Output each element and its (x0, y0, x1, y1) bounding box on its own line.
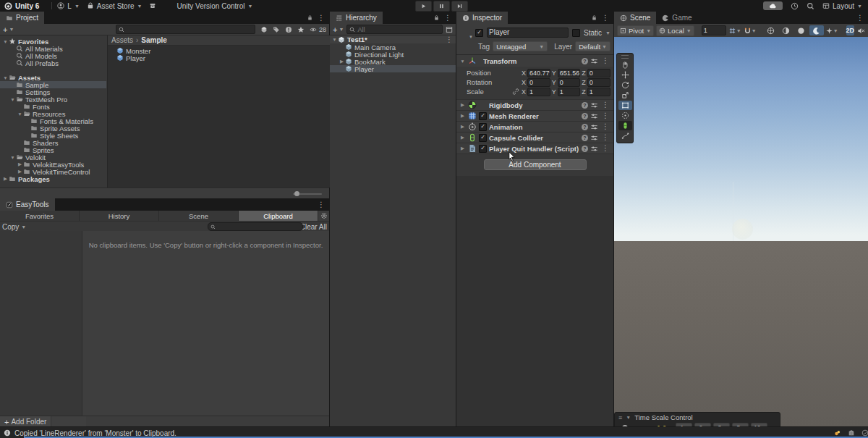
star-icon[interactable] (297, 26, 305, 33)
layer-dropdown[interactable]: Default ▼ (575, 41, 610, 51)
component-mesh-renderer[interactable]: ▶✓Mesh Renderer?⋮ (456, 110, 613, 121)
project-tree-item[interactable]: Settings (0, 88, 106, 96)
project-search[interactable] (116, 25, 255, 34)
project-tree-item[interactable]: ▼Assets (0, 74, 106, 81)
shading-sphere-wire-button[interactable] (764, 25, 778, 35)
snap-dropdown[interactable]: ▼ (744, 27, 757, 35)
foldout-arrow-icon[interactable]: ▼ (2, 75, 9, 80)
lock-icon[interactable] (591, 14, 597, 21)
player-object-sphere[interactable] (732, 219, 753, 240)
easytools-tab-scene[interactable]: Scene (159, 211, 239, 221)
presets-icon[interactable] (590, 134, 598, 142)
clipboard-search[interactable] (208, 222, 303, 231)
shading-sphere-half-button[interactable] (779, 25, 793, 35)
shading-flare-button[interactable]: ▼ (825, 25, 839, 35)
presets-icon[interactable] (590, 145, 598, 153)
tab-project[interactable]: Project (0, 12, 44, 24)
tag-dropdown[interactable]: Untagged ▼ (493, 41, 548, 51)
toggle-2d-button[interactable]: 2D (846, 25, 855, 35)
kebab-menu-icon[interactable]: ⋮ (316, 14, 326, 22)
package-manager-button[interactable] (149, 2, 156, 9)
move-tool-button[interactable] (618, 70, 632, 80)
create-object-button[interactable]: + (333, 25, 337, 34)
scene-header-row[interactable]: ▼ Test1* ⋮ (330, 35, 456, 43)
add-component-button[interactable]: Add Component (484, 159, 587, 170)
foldout-arrow-icon[interactable]: ▶ (459, 113, 466, 119)
scale-tool-button[interactable] (618, 90, 632, 100)
project-tree-item[interactable]: ▼Velokit (0, 153, 106, 161)
unity-menu[interactable]: Unity 6 (4, 2, 39, 10)
grid-snap-dropdown[interactable]: ▼ (728, 27, 741, 35)
add-folder-button[interactable]: + Add Folder (0, 416, 51, 427)
foldout-arrow-icon[interactable]: ▼ (17, 111, 23, 117)
foldout-arrow-icon[interactable]: ▼ (459, 59, 466, 64)
component-enabled-checkbox[interactable]: ✓ (479, 123, 487, 131)
foldout-arrow-icon[interactable]: ▶ (459, 102, 466, 108)
static-checkbox[interactable] (572, 29, 580, 37)
rotation-y-field[interactable]: 0 (558, 78, 581, 87)
overlay-drag-handle[interactable] (621, 55, 629, 59)
component-player-quit-handler-script-[interactable]: ▶✓Player Quit Handler (Script)?⋮ (456, 143, 613, 153)
spline-tool-button[interactable] (618, 131, 632, 140)
alert-icon[interactable] (285, 26, 292, 33)
tab-game[interactable]: Game (656, 12, 697, 24)
project-tree-item[interactable]: All Materials (0, 45, 106, 52)
activity-icon[interactable] (834, 429, 841, 437)
hierarchy-search-input[interactable] (357, 26, 440, 33)
foldout-arrow-icon[interactable]: ▶ (339, 59, 345, 64)
tab-hierarchy[interactable]: Hierarchy (330, 12, 383, 24)
project-file-item[interactable]: Player (116, 54, 330, 62)
pivot-dropdown[interactable]: Pivot ▼ (617, 25, 654, 36)
component-animation[interactable]: ▶✓Animation?⋮ (456, 121, 613, 132)
foldout-arrow-icon[interactable]: ▶ (2, 176, 9, 182)
package-icon[interactable] (848, 429, 855, 437)
rotation-x-field[interactable]: 0 (527, 78, 550, 87)
hierarchy-item[interactable]: Main Camera (330, 43, 456, 51)
component-capsule-collider[interactable]: ▶✓Capsule Collider?⋮ (456, 132, 613, 143)
help-icon[interactable]: ? (582, 102, 588, 109)
undo-history-icon[interactable] (791, 2, 799, 10)
project-tree-item[interactable]: Sprite Assets (0, 125, 106, 132)
position-z-field[interactable]: 0 (587, 69, 610, 77)
scale-y-field[interactable]: 1 (558, 88, 581, 96)
hierarchy-item[interactable]: ▶BookMark (330, 58, 456, 65)
hand-tool-button[interactable] (618, 60, 632, 70)
chevron-down-icon[interactable]: ▼ (339, 27, 344, 32)
eye-icon[interactable] (310, 26, 317, 33)
project-tree-item[interactable]: Fonts & Materials (0, 117, 106, 125)
position-x-field[interactable]: 640.779 (527, 69, 550, 77)
foldout-arrow-icon[interactable]: ▼ (625, 415, 631, 420)
tab-easytools[interactable]: EasyTools (0, 198, 55, 211)
tab-inspector[interactable]: Inspector (456, 12, 508, 24)
tag-icon[interactable] (273, 26, 280, 33)
project-tree-item[interactable]: Sample (0, 81, 106, 88)
link-scale-icon[interactable] (511, 88, 520, 96)
clipboard-search-input[interactable] (218, 223, 300, 230)
easytools-tab-clipboard[interactable]: Clipboard (239, 211, 318, 221)
rotate-tool-button[interactable] (618, 80, 632, 90)
project-tree-item[interactable]: Sprites (0, 146, 106, 153)
grid-size-field[interactable]: 1 (702, 25, 726, 35)
overlay-drag-handle[interactable]: ≡ (618, 414, 622, 421)
project-tree-item[interactable]: ▶Packages (0, 175, 106, 182)
shading-moon-button[interactable] (809, 25, 824, 35)
kebab-menu-icon[interactable]: ⋮ (316, 201, 326, 209)
status-message[interactable]: Copied 'LineRenderer' from 'Monster' to … (14, 429, 176, 437)
version-control-menu[interactable]: Unity Version Control ▼ (176, 2, 252, 10)
chevron-down-icon[interactable]: ▼ (9, 27, 14, 32)
presets-icon[interactable] (590, 123, 598, 131)
component-enabled-checkbox[interactable]: ✓ (479, 112, 487, 120)
play-button[interactable] (415, 1, 432, 12)
scale-z-field[interactable]: 1 (587, 88, 610, 96)
component-rigidbody[interactable]: ▶Rigidbody?⋮ (456, 99, 613, 110)
foldout-arrow-icon[interactable]: ▶ (459, 135, 466, 140)
foldout-arrow-icon[interactable]: ▼ (9, 155, 16, 160)
project-tree-item[interactable]: Style Sheets (0, 132, 106, 139)
cloud-services-button[interactable] (763, 1, 783, 10)
project-tree-item[interactable]: ▶VelokitTimeControl (0, 168, 106, 175)
multi-tool-tool-button[interactable] (618, 111, 632, 120)
kebab-menu-icon[interactable]: ⋮ (600, 101, 610, 109)
chevron-down-icon[interactable]: ▼ (605, 30, 610, 35)
breadcrumb-root[interactable]: Assets (111, 36, 133, 44)
kebab-menu-icon[interactable]: ⋮ (600, 57, 610, 64)
